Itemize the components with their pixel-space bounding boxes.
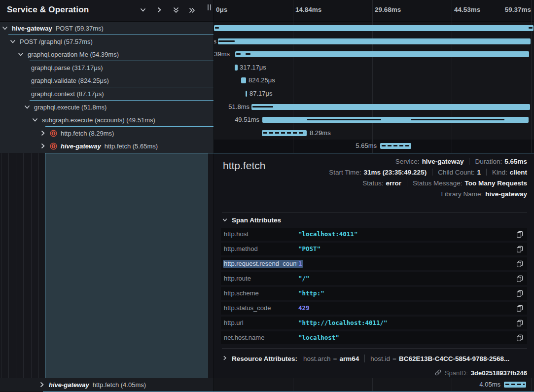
span-bar[interactable] [235, 51, 529, 57]
attribute-value: "POST" [298, 245, 320, 253]
span-bar[interactable] [241, 77, 246, 83]
tree-row[interactable]: hive-gatewayhttp.fetch (5.65ms) [0, 140, 214, 153]
trace-viewer: Service & Operation hive-gatewayPOST (59… [0, 0, 534, 392]
attribute-key: http.host [224, 230, 249, 238]
meta-line: Library Name:hive-gateway [441, 188, 527, 199]
copy-icon[interactable] [516, 246, 523, 252]
attribute-row[interactable]: http.method"POST" [221, 243, 527, 255]
timeline-row[interactable]: 8.29ms [214, 127, 534, 140]
meta-value: hive-gateway [485, 190, 527, 198]
chevron-right-icon [222, 355, 229, 362]
span-label: subgraph.execute (accounts) (49.51ms) [42, 116, 155, 124]
chevron-right-icon[interactable] [156, 6, 164, 14]
meta-value: 31ms (23:35:49.225) [364, 169, 427, 176]
chevron-down-icon[interactable] [140, 6, 147, 14]
timeline-row[interactable]: 824.25μs [214, 74, 534, 87]
copy-icon[interactable] [516, 320, 523, 326]
indent-guide [8, 153, 9, 391]
span-bar[interactable] [214, 25, 534, 31]
copy-icon[interactable] [516, 260, 523, 267]
meta-value: Too Many Requests [464, 179, 527, 187]
bar-mark [215, 27, 219, 29]
tree-row[interactable]: subgraph.execute (accounts) (49.51ms) [0, 113, 214, 127]
bar-mark [307, 119, 381, 120]
duration-label: 87.17μs [249, 87, 273, 100]
span-detail-panel: http.fetch Service:hive-gatewayDuration:… [214, 153, 534, 378]
duration-label: 57.57ms [214, 35, 216, 48]
error-icon [50, 143, 57, 150]
tree-row[interactable]: hive-gatewayPOST (59.37ms) [0, 22, 214, 35]
tree-row[interactable]: graphql.context (87.17μs) [0, 87, 214, 101]
timeline-row[interactable]: 51.8ms [214, 101, 534, 113]
copy-icon[interactable] [516, 290, 523, 297]
attribute-row[interactable]: http.status_code429 [221, 302, 527, 315]
link-icon[interactable] [435, 369, 442, 376]
resource-separator [364, 355, 365, 362]
timeline-row[interactable] [214, 22, 534, 35]
attribute-key: http.method [224, 245, 258, 253]
timeline-row[interactable]: 57.57ms [214, 35, 534, 48]
span-label: graphql.validate (824.25μs) [31, 77, 109, 84]
meta-separator [432, 169, 432, 176]
resource-attributes-title: Resource Attributes: [232, 355, 297, 362]
span-bar[interactable] [235, 65, 238, 71]
indent-guide [16, 153, 16, 391]
panel-resize-handle[interactable] [208, 4, 212, 11]
span-attributes-title: Span Attributes [232, 216, 281, 224]
attribute-row[interactable]: net.host.name"localhost" [221, 331, 527, 344]
tree-row[interactable]: graphql.execute (51.8ms) [0, 101, 214, 114]
bar-mark [411, 119, 504, 120]
span-label: http.fetch (8.29ms) [61, 130, 114, 137]
span-bar[interactable] [380, 143, 411, 149]
copy-icon[interactable] [516, 275, 523, 282]
chevron-right-icon [38, 381, 45, 388]
span-bar[interactable] [246, 91, 247, 97]
timeline-row[interactable]: 5.65ms [214, 140, 534, 152]
span-label: http.fetch (5.65ms) [105, 143, 158, 150]
tree-header-controls [140, 6, 196, 14]
meta-label: Start Time: [329, 169, 361, 176]
span-attributes-toggle[interactable]: Span Attributes [222, 216, 281, 224]
tree-bottom-row-host: hive-gatewayhttp.fetch (4.05ms) [0, 378, 214, 391]
tree-row[interactable]: POST /graphql (57.57ms) [0, 35, 214, 48]
duration-label: 54.39ms [214, 48, 230, 61]
tree-row[interactable]: graphql.validate (824.25μs) [0, 74, 214, 87]
tree-row[interactable]: graphql.operation Me (54.39ms) [0, 48, 214, 61]
span-bar[interactable] [504, 382, 526, 388]
chevrons-right-icon[interactable] [188, 6, 196, 14]
span-bar[interactable] [262, 117, 529, 123]
copy-icon[interactable] [516, 305, 523, 312]
chevron-right-icon [39, 130, 46, 137]
chevrons-down-icon[interactable] [172, 6, 180, 14]
span-id-row: SpanID: 3de02518937fb246 [435, 368, 527, 378]
timeline-row[interactable]: 49.51ms [214, 113, 534, 126]
time-tick: 29.68ms [375, 6, 401, 13]
attribute-row[interactable]: http.request.resend_count1 [221, 257, 527, 270]
tree-row[interactable]: http.fetch (8.29ms) [0, 127, 214, 140]
timeline-row[interactable]: 317.17μs [214, 61, 534, 74]
chevron-down-icon [24, 104, 31, 110]
timeline-row[interactable]: 4.05ms [214, 378, 534, 391]
chevron-down-icon [17, 51, 24, 58]
timeline-row[interactable]: 87.17μs [214, 87, 534, 100]
meta-label: Child Count: [438, 169, 474, 176]
copy-icon[interactable] [516, 334, 523, 341]
copy-icon[interactable] [516, 231, 523, 238]
attribute-row[interactable]: http.host"localhost:4011" [221, 228, 527, 241]
timeline-row[interactable]: 54.39ms [214, 48, 534, 61]
span-title: http.fetch [223, 160, 265, 172]
meta-line: Service:hive-gatewayDuration:5.65ms [395, 156, 527, 167]
meta-label: Duration: [475, 158, 502, 165]
span-bar[interactable] [262, 130, 307, 136]
attribute-row[interactable]: http.url"http://localhost:4011/" [221, 317, 527, 329]
table-bottom-divider [222, 348, 527, 349]
span-bar[interactable] [251, 104, 530, 110]
meta-value: error [386, 179, 401, 187]
tree-row[interactable]: graphql.parse (317.17μs) [0, 61, 214, 74]
attribute-row[interactable]: http.scheme"http:" [221, 287, 527, 300]
span-bar[interactable] [218, 38, 531, 44]
resource-attributes-row[interactable]: Resource Attributes: host.arch=arm64host… [222, 353, 509, 364]
attribute-row[interactable]: http.route"/" [221, 272, 527, 285]
tree-header-title: Service & Operation [7, 5, 89, 15]
chevron-down-icon [9, 38, 16, 45]
